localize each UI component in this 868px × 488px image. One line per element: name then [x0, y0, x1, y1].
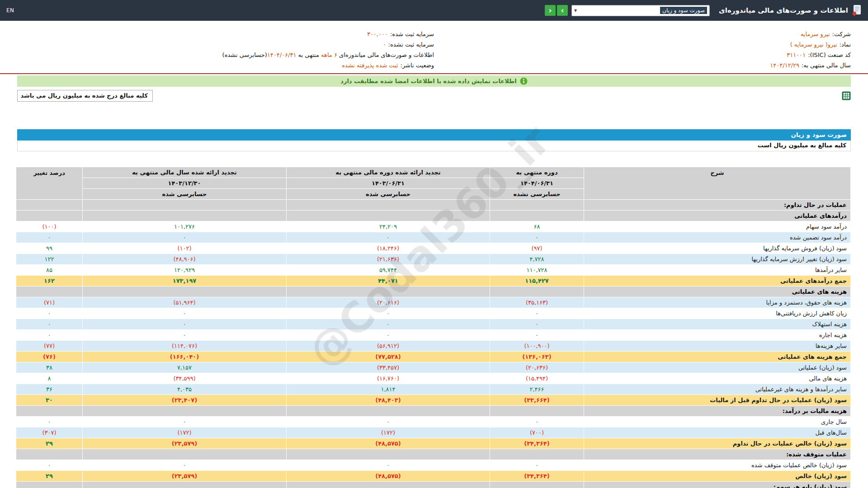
table-row: سال جاری۰۰۰۰	[16, 417, 851, 427]
table-row: سایر هزینه‌ها(۱۰۰,۹۰۰)(۵۶,۹۱۲)(۱۱۴,۰۷۶)(…	[16, 341, 851, 352]
row-label: سود (زیان) عملیاتی	[584, 362, 851, 373]
pct-cell: ۳۸	[16, 362, 83, 373]
value-cell: (۲۳,۴۰۷)	[83, 395, 287, 406]
value-cell: ۰	[490, 460, 584, 471]
value-cell: (۱۶,۷۶۰)	[287, 373, 490, 384]
info-row: سرمایه ثبت شده:۳۰۰,۰۰۰	[17, 29, 434, 39]
pct-cell: ۰	[16, 232, 83, 243]
value-cell	[83, 286, 287, 297]
pct-cell	[16, 449, 83, 460]
value-cell: ۰	[287, 460, 490, 471]
pct-cell: ۰	[16, 330, 83, 341]
amounts-unit-note: کلیه مبالغ درج شده به میلیون ریال می باش…	[17, 90, 153, 102]
page-title: اطلاعات و صورت‌های مالی میاندوره‌ای	[719, 6, 848, 14]
info-label: سال مالی منتهی به:	[802, 62, 851, 69]
value-cell: (۲۳,۵۷۹)	[83, 438, 287, 449]
pct-cell: ۰	[16, 460, 83, 471]
row-label: عملیات متوقف شده:	[584, 449, 851, 460]
row-label: سود (زیان) پایه هر سهم:	[584, 482, 851, 488]
info-value: ۳۱۱۰۰۱	[787, 52, 806, 58]
row-label: درآمدهای عملیاتی	[584, 211, 851, 221]
info-label: سرمایه ثبت نشده:	[388, 41, 434, 48]
nav-back-button[interactable]: ‹	[545, 5, 556, 16]
info-value: نیرو( نیرو سرمایه )	[790, 41, 837, 48]
pct-cell: (۷۱)	[16, 297, 83, 308]
info-value: ۳۰۰,۰۰۰	[367, 31, 388, 38]
pct-cell: ۳۶	[16, 384, 83, 395]
info-text: ۶ ماهه	[321, 52, 337, 58]
value-cell: ۱۱۰,۷۲۸	[490, 265, 584, 276]
table-row: جمع درآمدهای عملیاتی۱۱۵,۴۲۷۴۴,۰۷۱۱۷۳,۱۹۷…	[16, 276, 851, 286]
info-row: سرمایه ثبت نشده:۰	[17, 39, 434, 50]
value-cell: (۱۰۲)	[83, 243, 287, 254]
statement-unit-note: کلیه مبالغ به میلیون ریال است	[17, 141, 851, 151]
value-cell	[287, 406, 490, 417]
value-cell: (۱۱۴,۰۷۶)	[83, 341, 287, 352]
company-info-left: سرمایه ثبت شده:۳۰۰,۰۰۰سرمایه ثبت نشده:۰ا…	[17, 29, 434, 70]
value-cell: (۱۷۲)	[83, 427, 287, 438]
statement-select[interactable]: صورت سود و زیان ▼	[571, 5, 710, 16]
col-header-restated-period-date: ۱۴۰۳/۰۶/۳۱	[287, 178, 490, 189]
info-row: سال مالی منتهی به:۱۴۰۴/۱۲/۲۹	[434, 60, 851, 70]
info-label: سرمایه ثبت شده:	[390, 31, 434, 38]
value-cell	[490, 200, 584, 211]
value-cell: ۷,۱۵۷	[83, 362, 287, 373]
value-cell: ۴,۷۲۸	[490, 254, 584, 265]
row-label: سود (زیان) خالص عملیات در حال تداوم	[584, 438, 851, 449]
row-label: سود (زیان) فروش سرمایه گذاریها	[584, 243, 851, 254]
signature-banner: اطلاعات نمایش داده شده با اطلاعات امضا ش…	[17, 75, 851, 87]
table-row: سود (زیان) خالص عملیات در حال تداوم(۳۴,۳…	[16, 438, 851, 449]
info-row: کد صنعت (ISIC):۳۱۱۰۰۱	[434, 50, 851, 60]
language-toggle-en[interactable]: EN	[6, 7, 14, 14]
value-cell	[287, 482, 490, 488]
row-label: عملیات در حال تداوم:	[584, 200, 851, 211]
table-row: سود (زیان) پایه هر سهم:	[16, 482, 851, 488]
value-cell: ۰	[83, 330, 287, 341]
nav-forward-button[interactable]: ›	[557, 5, 568, 16]
info-row: اطلاعات و صورت‌های مالی میاندوره‌ای ۶ ما…	[17, 50, 434, 60]
value-cell	[83, 200, 287, 211]
value-cell: ۰	[83, 460, 287, 471]
table-row: سایر درآمدها۱۱۰,۷۲۸۵۹,۷۴۴۱۲۰,۹۲۹۸۵	[16, 265, 851, 276]
value-cell: (۳۴,۵۹۹)	[83, 373, 287, 384]
pct-cell: ۸	[16, 373, 83, 384]
value-cell: ۰	[490, 417, 584, 427]
table-row: سود (زیان) فروش سرمایه گذاریها(۹۷)(۱۸,۲۴…	[16, 243, 851, 254]
value-cell: ۰	[83, 417, 287, 427]
value-cell: ۰	[287, 330, 490, 341]
statement-table: شرح دوره منتهی به تجدید ارائه شده دوره م…	[16, 167, 851, 488]
row-label: هزینه استهلاک	[584, 319, 851, 330]
value-cell	[490, 449, 584, 460]
table-row: هزینه های عملیاتی	[16, 286, 851, 297]
col-header-period-audit: حسابرسی نشده	[490, 189, 584, 200]
row-label: سود (زیان) عملیات در حال تداوم قبل از ما…	[584, 395, 851, 406]
value-cell: (۷۷,۵۲۸)	[287, 352, 490, 362]
statement-section: صورت سود و زیان کلیه مبالغ به میلیون ریا…	[17, 129, 851, 488]
value-cell: (۱۰۰,۹۰۰)	[490, 341, 584, 352]
value-cell: ۰	[490, 330, 584, 341]
value-cell	[490, 211, 584, 221]
info-text: اطلاعات و صورت‌های مالی میاندوره‌ای	[337, 52, 434, 58]
report-icon	[852, 5, 862, 16]
row-label: زیان کاهش ارزش دریافتنی‌ها	[584, 308, 851, 319]
col-header-restated-year-group: تجدید ارائه شده سال مالی منتهی به	[83, 167, 287, 178]
table-row: سود (زیان) خالص عملیات متوقف شده۰۰۰۰	[16, 460, 851, 471]
info-value: ثبت شده پذیرفته نشده	[342, 62, 398, 69]
pct-cell: ۰	[16, 417, 83, 427]
table-row: عملیات در حال تداوم:	[16, 200, 851, 211]
pct-cell: (۷۷)	[16, 341, 83, 352]
row-label: هزینه اجاره	[584, 330, 851, 341]
value-cell: (۳۳,۶۶۴)	[490, 395, 584, 406]
info-value: نیرو سرمایه	[801, 31, 830, 38]
col-header-desc: شرح	[584, 167, 851, 200]
excel-export-icon[interactable]	[842, 91, 851, 100]
pct-cell: (۱۰۰)	[16, 221, 83, 232]
value-cell: (۳۴,۳۶۴)	[490, 471, 584, 482]
value-cell: ۰	[83, 308, 287, 319]
value-cell	[490, 286, 584, 297]
value-cell: ۵۹,۷۴۴	[287, 265, 490, 276]
pct-cell	[16, 406, 83, 417]
info-label: وضعیت ناشر:	[401, 62, 434, 69]
value-cell: ۰	[490, 232, 584, 243]
pct-cell: (۳۰۷)	[16, 427, 83, 438]
